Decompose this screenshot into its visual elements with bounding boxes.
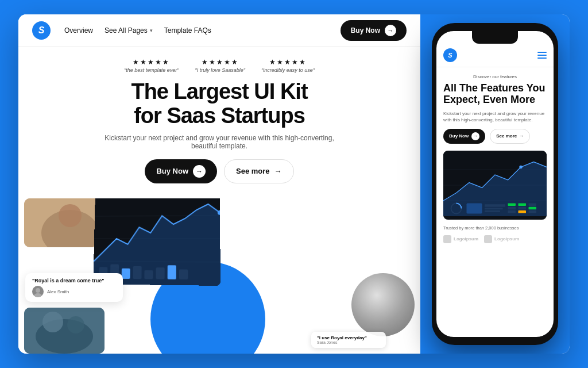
testimonial-author-2: Sara Jones <box>317 340 380 344</box>
svg-point-4 <box>36 288 40 293</box>
phone-logo-name-1: Logoipsum <box>454 236 478 241</box>
testimonial-quote-2: "I use Royal everyday" <box>317 335 380 340</box>
phone-buy-label: Buy Now <box>449 133 469 139</box>
svg-rect-18 <box>179 269 188 279</box>
hero-buttons: Buy Now → See more → <box>36 159 403 183</box>
stars-1: ★★★★★ <box>133 58 170 66</box>
see-more-arrow-icon: → <box>274 167 282 175</box>
svg-rect-34 <box>508 207 516 210</box>
left-panel: S Overview See All Pages ▾ Template FAQs… <box>18 14 420 354</box>
testimonial-author-row-1: Alex Smith <box>32 286 116 297</box>
phone-logo-item-1: Logoipsum <box>443 235 478 243</box>
phone-dashboard <box>443 151 547 220</box>
svg-point-27 <box>519 166 522 168</box>
hero-see-more-button[interactable]: See more → <box>224 159 294 183</box>
logo-icon-1 <box>443 235 451 243</box>
hero-title: The Largest UI Kit for Saas Startups <box>36 80 403 128</box>
phone-title-line2: Expect, Even More <box>443 94 535 105</box>
testimonial-avatar-1 <box>32 286 44 297</box>
nav-bar: S Overview See All Pages ▾ Template FAQs… <box>18 14 420 47</box>
right-panel: S Discover our features All The Features… <box>420 14 570 354</box>
svg-rect-31 <box>485 208 503 210</box>
svg-rect-41 <box>529 210 537 213</box>
hamburger-line-3 <box>537 57 547 59</box>
quote-1: "the best template ever" <box>124 67 179 73</box>
testimonial-author-1: Alex Smith <box>47 289 69 294</box>
phone-logos-row: Logoipsum Logoipsum <box>443 235 547 243</box>
star-group-1: ★★★★★ "the best template ever" <box>124 58 179 73</box>
phone-trusted-text: Trusted by more than 2,000 businesses <box>443 225 547 231</box>
hero-section: ★★★★★ "the best template ever" ★★★★★ "I … <box>18 47 420 198</box>
svg-rect-14 <box>133 266 141 278</box>
phone-content: Discover our features All The Features Y… <box>436 67 554 337</box>
phone-logo-letter: S <box>448 52 452 59</box>
svg-rect-30 <box>485 204 505 207</box>
phone-buy-arrow-icon: → <box>471 132 479 140</box>
svg-rect-33 <box>508 203 516 206</box>
logo-icon-2 <box>484 235 492 243</box>
nav-buy-label: Buy Now <box>351 26 380 34</box>
phone-dashboard-chart <box>443 151 547 220</box>
svg-rect-37 <box>519 207 527 210</box>
svg-rect-38 <box>519 210 527 213</box>
nav-links: Overview See All Pages ▾ Template FAQs <box>64 26 341 34</box>
hero-see-more-label: See more <box>236 167 270 175</box>
svg-rect-40 <box>529 207 537 210</box>
dashboard-chart <box>93 198 220 286</box>
phone-see-more-button[interactable]: See more → <box>490 129 530 144</box>
phone-buy-button[interactable]: Buy Now → <box>443 129 485 144</box>
chevron-down-icon: ▾ <box>150 28 153 33</box>
hero-buy-label: Buy Now <box>156 167 188 175</box>
nav-link-overview[interactable]: Overview <box>64 26 93 34</box>
logo-letter: S <box>38 25 45 36</box>
star-group-3: ★★★★★ "incredibly easy to use" <box>261 58 315 73</box>
nav-link-pages-label: See All Pages <box>105 26 148 34</box>
testimonial-card-1: "Royal is a dream come true" Alex Smith <box>25 273 123 302</box>
phone-logo-item-2: Logoipsum <box>484 235 519 243</box>
phone-title-line1: All The Features You <box>443 82 545 94</box>
phone-discover-label: Discover our features <box>443 74 547 79</box>
hamburger-icon[interactable] <box>537 52 547 59</box>
phone-subtitle: Kickstart your next project and grow you… <box>443 110 547 123</box>
stars-row: ★★★★★ "the best template ever" ★★★★★ "I … <box>36 58 403 73</box>
nav-link-faqs[interactable]: Template FAQs <box>164 26 211 34</box>
main-container: S Overview See All Pages ▾ Template FAQs… <box>18 14 570 354</box>
phone-buttons: Buy Now → See more → <box>443 129 547 144</box>
svg-rect-16 <box>156 267 164 279</box>
nav-logo[interactable]: S <box>32 21 51 40</box>
quote-2: "I truly love Saasable" <box>195 67 245 73</box>
nav-buy-arrow-icon: → <box>385 25 396 36</box>
svg-rect-32 <box>485 210 500 212</box>
svg-rect-17 <box>168 265 176 279</box>
hamburger-line-1 <box>537 52 547 53</box>
quote-3: "incredibly easy to use" <box>261 67 315 73</box>
svg-rect-15 <box>144 270 153 279</box>
phone-see-more-label: See more <box>496 133 517 139</box>
svg-rect-35 <box>508 210 516 213</box>
hero-buy-button[interactable]: Buy Now → <box>145 159 217 183</box>
svg-rect-36 <box>519 203 527 206</box>
svg-point-21 <box>42 312 63 332</box>
hero-subtitle: Kickstart your next project and grow you… <box>99 134 340 150</box>
testimonial-quote-1: "Royal is a dream come true" <box>32 278 116 283</box>
phone-mockup: S Discover our features All The Features… <box>432 23 558 345</box>
nav-buy-button[interactable]: Buy Now → <box>341 20 407 41</box>
star-group-2: ★★★★★ "I truly love Saasable" <box>195 58 245 73</box>
photo-image-bottom <box>24 308 105 354</box>
svg-point-2 <box>59 204 82 227</box>
stars-2: ★★★★★ <box>202 58 239 66</box>
phone-logo-name-2: Logoipsum <box>494 236 519 241</box>
hero-title-line2: for Saas Startups <box>134 103 305 128</box>
phone-logo: S <box>443 48 457 62</box>
testimonial-card-2: "I use Royal everyday" Sara Jones <box>311 332 386 348</box>
hamburger-line-2 <box>537 55 547 56</box>
phone-see-more-arrow-icon: → <box>519 133 524 139</box>
svg-rect-29 <box>467 203 482 213</box>
svg-rect-13 <box>122 268 130 278</box>
nav-link-pages[interactable]: See All Pages ▾ <box>105 26 153 34</box>
phone-notch <box>472 31 518 44</box>
phone-title: All The Features You Expect, Even More <box>443 83 547 106</box>
svg-point-22 <box>67 316 84 334</box>
photo-card-bottom <box>24 308 105 354</box>
phone-screen: S Discover our features All The Features… <box>436 31 554 337</box>
